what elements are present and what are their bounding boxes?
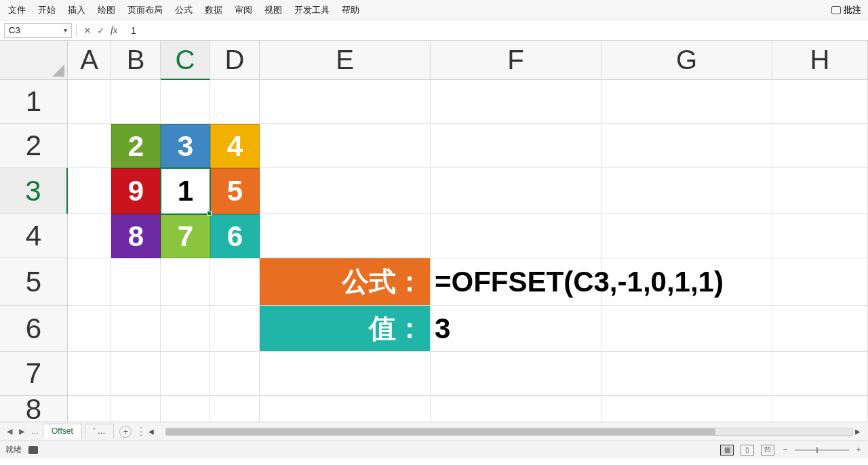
sheet-more-button[interactable]: … <box>30 426 40 437</box>
menu-item[interactable]: 绘图 <box>96 1 117 19</box>
column-header[interactable]: D <box>210 41 260 80</box>
cell[interactable] <box>161 396 210 422</box>
cell[interactable] <box>260 214 431 258</box>
cell[interactable] <box>601 80 772 124</box>
view-pagelayout-button[interactable]: ▯ <box>741 445 754 456</box>
cell[interactable] <box>431 214 601 258</box>
confirm-button[interactable]: ✓ <box>97 25 105 36</box>
hscroll-thumb[interactable] <box>166 428 715 435</box>
active-cell[interactable] <box>161 168 210 214</box>
sheet-tab-active[interactable]: Offset <box>43 424 82 439</box>
sheet-prev-button[interactable]: ◀ <box>5 426 14 437</box>
cell[interactable] <box>161 80 210 124</box>
hscroll-right-icon[interactable]: ▶ <box>853 428 863 436</box>
menu-item[interactable]: 文件 <box>7 1 27 19</box>
column-header[interactable]: G <box>601 41 772 80</box>
formula-text-cell[interactable]: =OFFSET(C3,-1,0,1,1) <box>431 258 868 306</box>
menu-item[interactable]: 页面布局 <box>126 1 164 19</box>
row-header[interactable]: 2 <box>0 124 68 168</box>
view-pagebreak-button[interactable]: 凹 <box>761 445 774 456</box>
cell[interactable] <box>772 168 868 214</box>
row-header[interactable]: 5 <box>0 258 68 306</box>
menu-item[interactable]: 帮助 <box>340 1 361 19</box>
menu-item[interactable]: 审阅 <box>233 1 254 19</box>
cell[interactable] <box>210 352 260 396</box>
cell[interactable]: 5 <box>210 168 260 214</box>
column-header[interactable]: A <box>68 41 111 80</box>
cell[interactable] <box>111 352 161 396</box>
zoom-slider[interactable] <box>795 449 849 451</box>
cell[interactable] <box>111 306 161 352</box>
cell[interactable] <box>111 396 161 422</box>
value-label-cell[interactable]: 值： <box>260 306 431 352</box>
menu-item[interactable]: 插入 <box>66 1 87 19</box>
cell[interactable] <box>601 306 772 352</box>
cell[interactable] <box>68 168 111 214</box>
cell[interactable] <box>601 124 772 168</box>
column-header[interactable]: C <box>161 41 210 80</box>
cell[interactable] <box>601 168 772 214</box>
cell[interactable]: 4 <box>210 124 260 168</box>
cell[interactable] <box>68 214 111 258</box>
cell[interactable] <box>260 352 431 396</box>
cell[interactable] <box>260 124 431 168</box>
select-all-corner[interactable] <box>0 41 68 80</box>
comments-button[interactable]: 批注 <box>831 4 861 16</box>
cell[interactable]: 3 <box>161 124 210 168</box>
cell[interactable] <box>601 396 772 422</box>
cell[interactable] <box>68 396 111 422</box>
cell[interactable] <box>431 124 601 168</box>
cell[interactable] <box>431 168 601 214</box>
cell[interactable] <box>210 258 260 306</box>
cells-canvas[interactable]: 234915876公式：=OFFSET(C3,-1,0,1,1)值：3 <box>68 80 868 422</box>
cell[interactable]: 6 <box>210 214 260 258</box>
name-box[interactable]: C3 ▾ <box>4 23 72 38</box>
cell[interactable] <box>431 396 601 422</box>
cell[interactable] <box>161 258 210 306</box>
cell[interactable] <box>210 396 260 422</box>
menu-item[interactable]: 公式 <box>174 1 194 19</box>
row-header[interactable]: 1 <box>0 80 68 124</box>
cell[interactable] <box>111 258 161 306</box>
menu-item[interactable]: 数据 <box>203 1 224 19</box>
cell[interactable] <box>772 80 868 124</box>
cell[interactable] <box>161 352 210 396</box>
cell[interactable] <box>161 306 210 352</box>
column-header[interactable]: E <box>260 41 431 80</box>
row-header[interactable]: 4 <box>0 214 68 258</box>
cell[interactable] <box>260 168 431 214</box>
column-header[interactable]: H <box>772 41 868 80</box>
cell[interactable]: 7 <box>161 214 210 258</box>
cell[interactable] <box>772 214 868 258</box>
cell[interactable] <box>210 80 260 124</box>
cancel-button[interactable]: ✕ <box>83 25 92 36</box>
macro-record-icon[interactable] <box>28 446 38 454</box>
value-text-cell[interactable]: 3 <box>431 306 601 352</box>
cell[interactable] <box>260 80 431 124</box>
cell[interactable]: 9 <box>111 168 161 214</box>
view-normal-button[interactable]: ▦ <box>720 445 734 456</box>
sheet-next-button[interactable]: ▶ <box>18 426 26 437</box>
column-header[interactable]: B <box>111 41 161 80</box>
zoom-out-button[interactable]: － <box>781 444 789 456</box>
cell[interactable] <box>772 396 868 422</box>
cell[interactable] <box>601 352 772 396</box>
menu-item[interactable]: 开始 <box>37 1 57 19</box>
cell[interactable] <box>68 258 111 306</box>
formula-label-cell[interactable]: 公式： <box>260 258 431 306</box>
cell[interactable] <box>68 352 111 396</box>
cell[interactable] <box>772 306 868 352</box>
cell[interactable] <box>111 80 161 124</box>
sheet-tab-other[interactable]: ' … <box>85 424 115 439</box>
zoom-in-button[interactable]: ＋ <box>854 444 863 456</box>
row-header[interactable]: 6 <box>0 306 68 352</box>
cell[interactable] <box>68 80 111 124</box>
row-header[interactable]: 8 <box>0 396 68 422</box>
cell[interactable]: 8 <box>111 214 161 258</box>
menu-item[interactable]: 开发工具 <box>293 1 331 19</box>
spreadsheet-grid[interactable]: ABCDEFGH 12345678 234915876公式：=OFFSET(C3… <box>0 41 868 422</box>
cell[interactable] <box>431 352 601 396</box>
row-header[interactable]: 7 <box>0 352 68 396</box>
cell[interactable]: 2 <box>111 124 161 168</box>
column-header[interactable]: F <box>431 41 601 80</box>
